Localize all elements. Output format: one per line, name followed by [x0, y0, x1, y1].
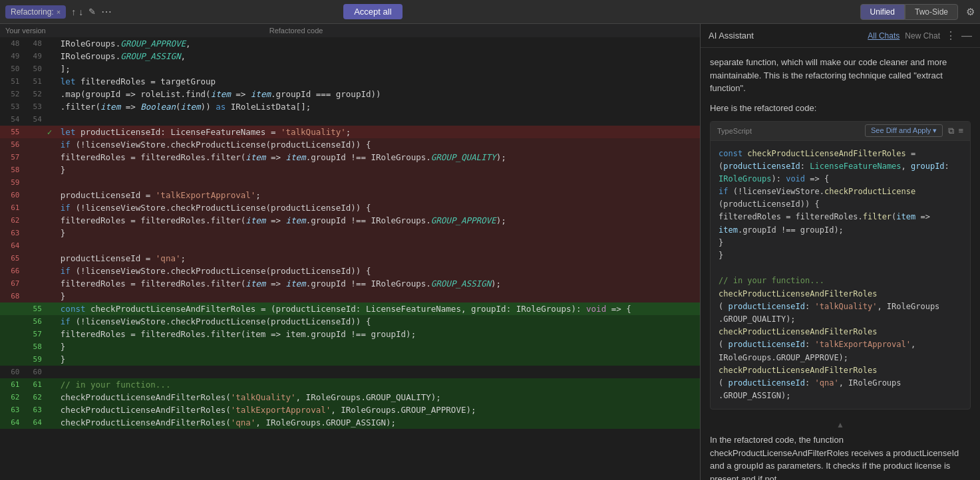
ai-content[interactable]: separate function, which will make our c… [701, 48, 980, 480]
check-col [45, 416, 58, 429]
check-col [45, 88, 58, 100]
code-line-content: productLicenseId = 'talkExportApproval'; [58, 189, 700, 201]
code-line: } [719, 249, 962, 262]
ai-code-action-icons: ⧉ ≡ [948, 124, 963, 138]
ai-intro-text: separate function, which will make our c… [710, 56, 971, 95]
code-line-content: filteredRoles = filteredRoles.filter(ite… [58, 328, 700, 340]
ai-code-body: const checkProductLicenseAndFilterRoles … [711, 141, 970, 410]
check-col [45, 62, 58, 75]
line-num-new [22, 239, 44, 252]
code-line-content [58, 239, 700, 252]
line-num-old: 48 [0, 37, 22, 50]
line-num-old: 59 [0, 176, 22, 189]
check-col [45, 328, 58, 340]
check-col [45, 315, 58, 328]
code-line-content: checkProductLicenseAndFilterRoles('qna',… [58, 416, 700, 429]
more-code-options-icon[interactable]: ≡ [958, 124, 963, 138]
code-line-content: .map(groupId => roleList.find(item => it… [58, 88, 700, 100]
line-num-new: 51 [22, 75, 44, 88]
ai-more-options-icon[interactable]: ⋮ [945, 29, 956, 42]
check-col [45, 176, 58, 189]
ai-minimize-icon[interactable]: — [961, 30, 972, 42]
check-col [45, 227, 58, 239]
line-num-old: 68 [0, 290, 22, 302]
collapse-button[interactable]: ▲ [710, 416, 971, 433]
line-num-new [22, 151, 44, 164]
ai-explanation-text: In the refactored code, the function che… [710, 433, 971, 480]
check-col [45, 214, 58, 227]
all-chats-link[interactable]: All Chats [868, 31, 899, 41]
line-num-new: 53 [22, 100, 44, 113]
refactoring-tab[interactable]: Refactoring: × [5, 5, 66, 19]
code-line: checkProductLicenseAndFilterRoles [719, 288, 962, 300]
code-view[interactable]: 4848 IRoleGroups.GROUP_APPROVE,4949 IRol… [0, 37, 700, 480]
code-line-content: if (!licenseViewStore.checkProductLicens… [58, 265, 700, 277]
code-line: (productLicenseId)) { [719, 198, 962, 211]
code-line: if (!licenseViewStore.checkProductLicens… [719, 185, 962, 198]
see-diff-apply-button[interactable]: See Diff and Apply ▾ [865, 124, 943, 137]
chevron-down-icon: ▾ [933, 126, 937, 134]
table-row: 6262 checkProductLicenseAndFilterRoles('… [0, 391, 700, 404]
table-row: 5050 ]; [0, 62, 700, 75]
new-chat-link[interactable]: New Chat [905, 31, 940, 41]
ai-panel: AI Assistant All Chats New Chat ⋮ — sepa… [701, 24, 980, 480]
settings-gear-icon[interactable]: ⚙ [966, 6, 975, 18]
code-line-content [58, 113, 700, 126]
line-num-old [0, 328, 22, 340]
table-row: 6060 [0, 366, 700, 378]
main-layout: Your version Refactored code 4848 IRoleG… [0, 24, 980, 480]
code-line-content: filteredRoles = filteredRoles.filter(ite… [58, 214, 700, 227]
unified-view-button[interactable]: Unified [860, 4, 905, 20]
table-row: 57 filteredRoles = filteredRoles.filter(… [0, 328, 700, 340]
code-line-content: if (!licenseViewStore.checkProductLicens… [58, 138, 700, 151]
check-col [45, 37, 58, 50]
line-num-new: 56 [22, 315, 44, 328]
more-options-icon[interactable]: ⋯ [101, 5, 112, 18]
line-num-new: 62 [22, 391, 44, 404]
code-line-content: filteredRoles = filteredRoles.filter(ite… [58, 277, 700, 290]
pencil-icon[interactable]: ✎ [88, 7, 96, 17]
code-line: .GROUP_QUALITY); [719, 313, 962, 326]
table-row: 67 filteredRoles = filteredRoles.filter(… [0, 277, 700, 290]
check-col [45, 391, 58, 404]
code-line-content: let filteredRoles = targetGroup [58, 75, 700, 88]
copy-icon[interactable]: ⧉ [948, 124, 954, 138]
table-row: 65 productLicenseId = 'qna'; [0, 252, 700, 265]
line-num-new: 54 [22, 113, 44, 126]
table-row: 58 } [0, 164, 700, 176]
close-tab-button[interactable]: × [57, 8, 61, 16]
table-row: 62 filteredRoles = filteredRoles.filter(… [0, 214, 700, 227]
code-line: IRoleGroups): void => { [719, 173, 962, 185]
code-line: const checkProductLicenseAndFilterRoles … [719, 148, 962, 160]
arrow-down-icon[interactable]: ↓ [79, 7, 83, 17]
line-num-new [22, 265, 44, 277]
code-line: .GROUP_ASSIGN); [719, 390, 962, 402]
accept-all-button[interactable]: Accept all [343, 4, 402, 19]
code-line: ( productLicenseId: 'talkExportApproval'… [719, 338, 962, 351]
code-line-content: productLicenseId = 'qna'; [58, 252, 700, 265]
line-num-old: 62 [0, 391, 22, 404]
line-num-new [22, 227, 44, 239]
view-toggle: Unified Two-Side [860, 4, 958, 20]
line-num-old: 57 [0, 151, 22, 164]
check-col [45, 277, 58, 290]
table-row: 4848 IRoleGroups.GROUP_APPROVE, [0, 37, 700, 50]
table-row: 59 [0, 176, 700, 189]
line-num-new: 60 [22, 366, 44, 378]
arrow-up-icon[interactable]: ↑ [71, 7, 76, 17]
line-num-new [22, 176, 44, 189]
table-row: 66 if (!licenseViewStore.checkProductLic… [0, 265, 700, 277]
table-row: 63 } [0, 227, 700, 239]
code-line-content: checkProductLicenseAndFilterRoles('talkQ… [58, 391, 700, 404]
code-line-content: .filter(item => Boolean(item)) as IRoleL… [58, 100, 700, 113]
line-num-old: 64 [0, 239, 22, 252]
code-line: IRoleGroups.GROUP_APPROVE); [719, 352, 962, 364]
code-line-content: IRoleGroups.GROUP_APPROVE, [58, 37, 700, 50]
code-line-content: if (!licenseViewStore.checkProductLicens… [58, 201, 700, 214]
two-side-view-button[interactable]: Two-Side [905, 4, 958, 20]
line-num-old: 64 [0, 416, 22, 429]
line-num-old: 67 [0, 277, 22, 290]
table-row: 6464 checkProductLicenseAndFilterRoles('… [0, 416, 700, 429]
line-num-old: 56 [0, 138, 22, 151]
line-num-new: 61 [22, 378, 44, 391]
